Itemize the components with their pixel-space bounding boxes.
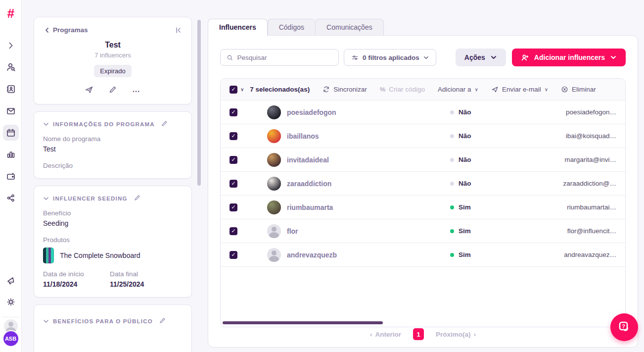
search-box: [220, 49, 339, 66]
table-row[interactable]: ✓ zaraaddiction Não zaraaddiction@…: [221, 172, 625, 196]
row-checkbox[interactable]: ✓: [230, 180, 237, 188]
influencer-avatar: [267, 153, 281, 167]
synced-status: Não: [450, 132, 509, 140]
select-menu-caret[interactable]: ∨: [240, 87, 244, 92]
table-row[interactable]: ✓ ibaillanos Não ibai@koisquad…: [221, 124, 625, 148]
synced-status: Não: [450, 180, 509, 187]
edit-program-button[interactable]: [108, 85, 117, 94]
field-label: Data de início: [43, 270, 110, 278]
paper-plane-icon: [491, 86, 499, 93]
influencer-avatar: [267, 201, 281, 214]
sidebar-item-contacts[interactable]: [3, 81, 19, 97]
sync-label: Sincronizar: [333, 86, 367, 93]
influencer-username[interactable]: ibaillanos: [287, 132, 450, 140]
row-checkbox[interactable]: ✓: [230, 251, 237, 259]
delete-label: Eliminar: [572, 86, 596, 93]
collapse-section-button[interactable]: [43, 318, 49, 324]
delete-button[interactable]: Eliminar: [561, 86, 596, 93]
table-horizontal-scrollbar[interactable]: [223, 321, 383, 324]
previous-page-button[interactable]: ‹ Anterior: [370, 331, 401, 338]
sync-icon: [322, 86, 330, 93]
sidebar-item-reports[interactable]: [3, 147, 19, 162]
chevron-down-icon: [43, 318, 49, 324]
next-page-button[interactable]: Próximo(a) ›: [436, 331, 476, 338]
public-benefits-card: BENEFÍCIOS PARA O PÚBLICO: [34, 304, 192, 352]
row-checkbox[interactable]: ✓: [230, 227, 237, 235]
row-checkbox[interactable]: ✓: [230, 203, 237, 211]
tab-influencers[interactable]: Influencers: [208, 19, 268, 36]
edit-section-button[interactable]: [159, 317, 166, 325]
influencer-username[interactable]: zaraaddiction: [287, 180, 450, 188]
more-options-button[interactable]: …: [132, 85, 141, 94]
panel-scrollbar[interactable]: [197, 20, 201, 186]
collapse-panel-button[interactable]: [175, 27, 182, 34]
row-checkbox[interactable]: ✓: [230, 132, 237, 140]
field-value: Test: [43, 145, 183, 153]
sidebar-item-announcements[interactable]: [3, 272, 19, 288]
breadcrumb-label: Programas: [53, 26, 88, 34]
table-row[interactable]: ✓ andrevazquezb Sim andreavazquez…: [221, 243, 625, 267]
sidebar-item-settings[interactable]: [3, 294, 19, 310]
influencers-panel: 0 filtros aplicados Ações Adicionar infl…: [208, 35, 638, 348]
row-checkbox[interactable]: ✓: [230, 108, 237, 116]
megaphone-icon: [6, 275, 16, 285]
influencer-username[interactable]: andrevazquezb: [287, 251, 450, 259]
status-dot-icon: [450, 158, 454, 162]
help-chat-button[interactable]: ?: [610, 313, 638, 341]
chevron-down-icon: [490, 54, 497, 61]
sidebar-item-integrations[interactable]: [3, 190, 19, 206]
table-row[interactable]: ✓ riumbaumarta Sim riumbaumartai…: [221, 196, 625, 219]
send-email-button[interactable]: Enviar e-mail ∨: [491, 86, 548, 93]
create-code-button[interactable]: % Criar código: [380, 86, 425, 93]
chevron-down-icon: [43, 121, 49, 127]
table-controls: 0 filtros aplicados Ações Adicionar infl…: [220, 49, 626, 66]
table-row[interactable]: ✓ poesiadefogon Não poesiadefogon…: [221, 101, 625, 124]
influencer-seeding-card: INFLUENCER SEEDING Benefício Seeding Pro…: [34, 186, 192, 298]
tab-comunicacoes[interactable]: Comunicações: [315, 19, 384, 35]
row-checkbox[interactable]: ✓: [230, 156, 237, 164]
sync-button[interactable]: Sincronizar: [322, 86, 367, 93]
sidebar-item-programs[interactable]: [3, 125, 19, 141]
edit-section-button[interactable]: [134, 194, 141, 202]
influencer-table-body: ✓ poesiadefogon Não poesiadefogon… ✓ iba…: [221, 101, 625, 267]
sidebar-item-inbox[interactable]: [3, 103, 19, 119]
influencer-username[interactable]: invitadaideal: [287, 156, 450, 164]
user-search-icon: [6, 62, 16, 72]
user-avatar[interactable]: ASB: [2, 330, 19, 347]
breadcrumb[interactable]: Programas: [44, 26, 88, 34]
sidebar-item-discover[interactable]: [3, 59, 19, 75]
status-label: Não: [459, 156, 471, 163]
table-row[interactable]: ✓ flor Sim flor@influencit…: [221, 219, 625, 243]
filters-label: 0 filtros aplicados: [363, 54, 419, 61]
synced-status: Sim: [450, 203, 509, 211]
actions-button[interactable]: Ações: [456, 49, 506, 66]
pencil-icon: [108, 85, 117, 94]
add-influencers-button[interactable]: Adicionar influencers: [512, 49, 626, 66]
influencer-username[interactable]: poesiadefogon: [287, 108, 450, 116]
pencil-icon: [161, 120, 168, 127]
page-number[interactable]: 1: [413, 328, 424, 340]
add-to-button[interactable]: Adicionar a ∨: [438, 86, 478, 93]
expand-sidebar-button[interactable]: [3, 38, 19, 53]
edit-section-button[interactable]: [161, 120, 168, 128]
select-all-checkbox[interactable]: ✓: [230, 86, 237, 94]
percent-icon: %: [380, 86, 386, 93]
send-program-button[interactable]: [85, 85, 93, 94]
contacts-icon: [6, 84, 16, 94]
field-value: 11/18/2024: [43, 280, 110, 288]
wallet-icon: [6, 171, 16, 181]
collapse-section-button[interactable]: [43, 196, 49, 201]
sidebar-item-payments[interactable]: [3, 168, 19, 184]
chevron-down-icon: [43, 196, 49, 201]
influencer-username[interactable]: riumbaumarta: [287, 203, 450, 211]
tab-codigos[interactable]: Códigos: [268, 19, 315, 35]
filters-button[interactable]: 0 filtros aplicados: [344, 49, 436, 66]
search-input[interactable]: [237, 54, 333, 61]
collapse-section-button[interactable]: [43, 121, 49, 127]
table-row[interactable]: ✓ invitadaideal Não margarita@invi…: [221, 148, 625, 172]
gear-icon: [6, 297, 16, 307]
influencer-avatar: [267, 224, 281, 238]
influencer-email: andreavazquez…: [509, 251, 616, 258]
influencer-username[interactable]: flor: [287, 227, 450, 235]
influencer-email: flor@influencit…: [509, 227, 616, 235]
